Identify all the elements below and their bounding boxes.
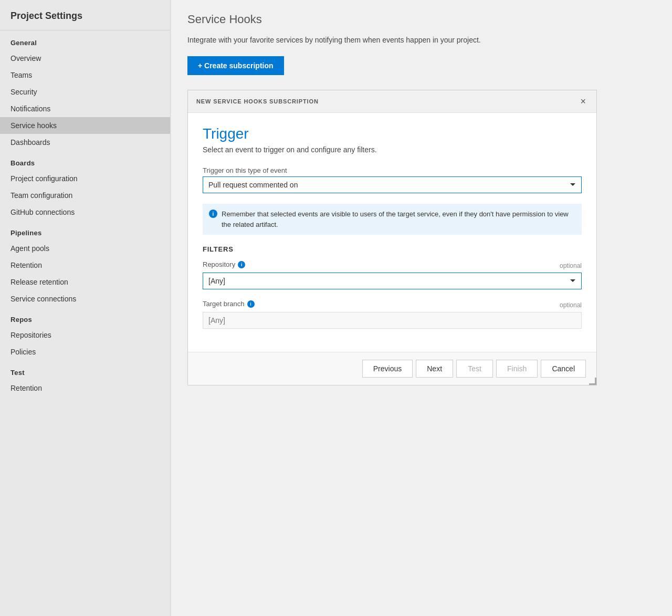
- sidebar-section-test: Test: [0, 360, 170, 380]
- sidebar-item-retention[interactable]: Retention: [0, 257, 170, 274]
- target-branch-optional: optional: [560, 301, 582, 309]
- create-subscription-button[interactable]: + Create subscription: [187, 56, 284, 75]
- sidebar-item-notifications[interactable]: Notifications: [0, 100, 170, 117]
- sidebar-item-policies[interactable]: Policies: [0, 343, 170, 360]
- sidebar-title: Project Settings: [0, 0, 170, 30]
- sidebar: Project Settings GeneralOverviewTeamsSec…: [0, 0, 171, 616]
- dialog-section-title: Trigger: [203, 126, 582, 142]
- sidebar-section-general: General: [0, 30, 170, 50]
- main-content: Service Hooks Integrate with your favori…: [171, 0, 672, 616]
- sidebar-item-agent-pools[interactable]: Agent pools: [0, 240, 170, 257]
- info-box-text: Remember that selected events are visibl…: [222, 209, 575, 229]
- target-branch-form-group: Target branch i optional: [203, 300, 582, 329]
- repository-label: Repository i: [203, 260, 245, 268]
- sidebar-item-release-retention[interactable]: Release retention: [0, 274, 170, 290]
- dialog-body: Trigger Select an event to trigger on an…: [188, 113, 596, 352]
- resize-handle[interactable]: [589, 378, 596, 385]
- sidebar-item-project-configuration[interactable]: Project configuration: [0, 170, 170, 187]
- dialog-footer: Previous Next Test Finish Cancel: [188, 352, 596, 385]
- service-hooks-dialog: NEW SERVICE HOOKS SUBSCRIPTION × Trigger…: [187, 90, 597, 385]
- sidebar-section-repos: Repos: [0, 307, 170, 327]
- sidebar-item-dashboards[interactable]: Dashboards: [0, 134, 170, 151]
- sidebar-item-team-configuration[interactable]: Team configuration: [0, 187, 170, 204]
- dialog-header: NEW SERVICE HOOKS SUBSCRIPTION ×: [188, 90, 596, 113]
- info-icon: i: [209, 210, 217, 218]
- sidebar-item-service-connections[interactable]: Service connections: [0, 290, 170, 307]
- cancel-button[interactable]: Cancel: [541, 360, 586, 378]
- dialog-close-button[interactable]: ×: [578, 97, 588, 106]
- next-button[interactable]: Next: [416, 360, 453, 378]
- sidebar-item-teams[interactable]: Teams: [0, 67, 170, 83]
- sidebar-item-github-connections[interactable]: GitHub connections: [0, 204, 170, 221]
- filters-header: FILTERS: [203, 245, 582, 253]
- repository-form-group: Repository i optional [Any]: [203, 260, 582, 289]
- info-box: i Remember that selected events are visi…: [203, 204, 582, 235]
- page-description: Integrate with your favorite services by…: [187, 35, 655, 46]
- repository-label-row: Repository i optional: [203, 260, 582, 270]
- dialog-section-desc: Select an event to trigger on and config…: [203, 145, 582, 154]
- target-branch-label-row: Target branch i optional: [203, 300, 582, 310]
- repository-optional: optional: [560, 262, 582, 269]
- sidebar-section-pipelines: Pipelines: [0, 221, 170, 240]
- target-branch-info-icon: i: [247, 300, 255, 308]
- trigger-label: Trigger on this type of event: [203, 166, 582, 174]
- test-button[interactable]: Test: [456, 360, 493, 378]
- sidebar-section-boards: Boards: [0, 151, 170, 170]
- page-title: Service Hooks: [187, 13, 655, 26]
- previous-button[interactable]: Previous: [362, 360, 413, 378]
- repository-select[interactable]: [Any]: [203, 273, 582, 289]
- trigger-form-group: Trigger on this type of event Pull reque…: [203, 166, 582, 193]
- target-branch-input[interactable]: [203, 312, 582, 329]
- repository-info-icon: i: [238, 261, 245, 268]
- sidebar-item-retention-test[interactable]: Retention: [0, 380, 170, 396]
- trigger-select[interactable]: Pull request commented onCode pushedPull…: [203, 176, 582, 193]
- sidebar-item-service-hooks[interactable]: Service hooks: [0, 117, 170, 134]
- sidebar-item-security[interactable]: Security: [0, 83, 170, 100]
- dialog-header-title: NEW SERVICE HOOKS SUBSCRIPTION: [196, 98, 319, 105]
- sidebar-item-repositories[interactable]: Repositories: [0, 327, 170, 343]
- sidebar-item-overview[interactable]: Overview: [0, 50, 170, 67]
- finish-button[interactable]: Finish: [496, 360, 538, 378]
- target-branch-label: Target branch i: [203, 300, 255, 308]
